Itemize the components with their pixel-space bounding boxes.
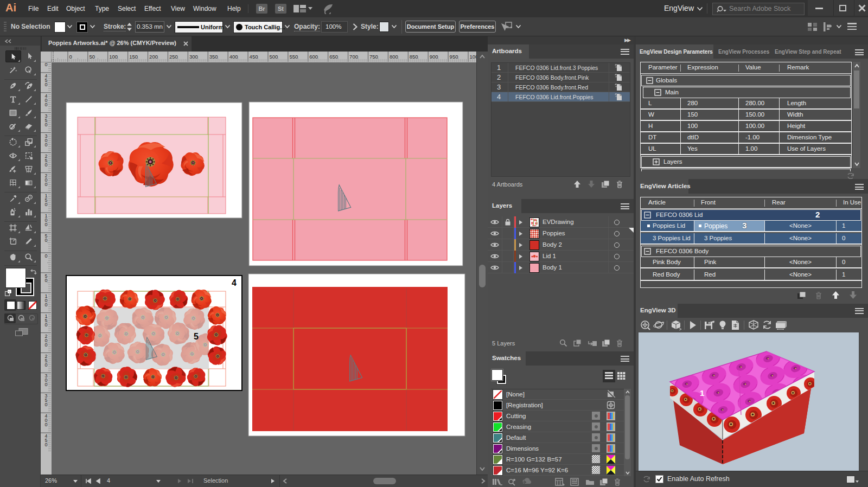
svg-text:850: 850 [410, 54, 418, 60]
svg-text:0: 0 [44, 422, 47, 427]
svg-text:0: 0 [44, 322, 47, 328]
svg-text:350: 350 [209, 54, 218, 60]
svg-text:100: 100 [109, 54, 118, 60]
svg-text:500: 500 [270, 54, 278, 60]
svg-text:250: 250 [169, 54, 178, 60]
svg-text:0: 0 [44, 382, 47, 387]
svg-text:0: 0 [44, 402, 47, 407]
svg-text:0: 0 [44, 238, 47, 243]
svg-text:300: 300 [189, 54, 198, 60]
svg-text:0: 0 [44, 182, 47, 187]
svg-text:600: 600 [309, 54, 318, 60]
svg-text:0: 0 [44, 342, 47, 348]
svg-text:4: 4 [232, 278, 237, 287]
svg-text:0: 0 [69, 54, 72, 60]
svg-text:0: 0 [44, 102, 47, 107]
svg-text:0: 0 [44, 442, 47, 447]
svg-text:400: 400 [229, 54, 238, 60]
svg-text:0: 0 [44, 253, 47, 259]
svg-text:5: 5 [194, 332, 199, 341]
svg-text:0: 0 [44, 122, 47, 127]
svg-text:0: 0 [44, 82, 47, 87]
svg-text:0: 0 [44, 142, 47, 148]
svg-text:950: 950 [450, 54, 458, 60]
svg-text:0: 0 [44, 362, 47, 368]
svg-text:0: 0 [44, 62, 47, 67]
svg-text:0: 0 [44, 162, 47, 168]
svg-text:800: 800 [390, 54, 398, 60]
svg-text:700: 700 [349, 54, 358, 60]
svg-text:650: 650 [329, 54, 338, 60]
svg-text:0: 0 [44, 202, 47, 207]
svg-text:550: 550 [289, 54, 298, 60]
svg-text:50: 50 [89, 54, 95, 60]
svg-text:0: 0 [44, 302, 47, 307]
svg-text:200: 200 [149, 54, 158, 60]
svg-text:1: 1 [700, 388, 704, 398]
svg-text:1000: 1000 [470, 54, 477, 60]
svg-text:0: 0 [44, 222, 47, 227]
svg-text:150: 150 [129, 54, 138, 60]
svg-text:0: 0 [44, 278, 47, 283]
svg-text:450: 450 [250, 54, 258, 60]
svg-text:900: 900 [430, 54, 438, 60]
svg-text:750: 750 [369, 54, 378, 60]
